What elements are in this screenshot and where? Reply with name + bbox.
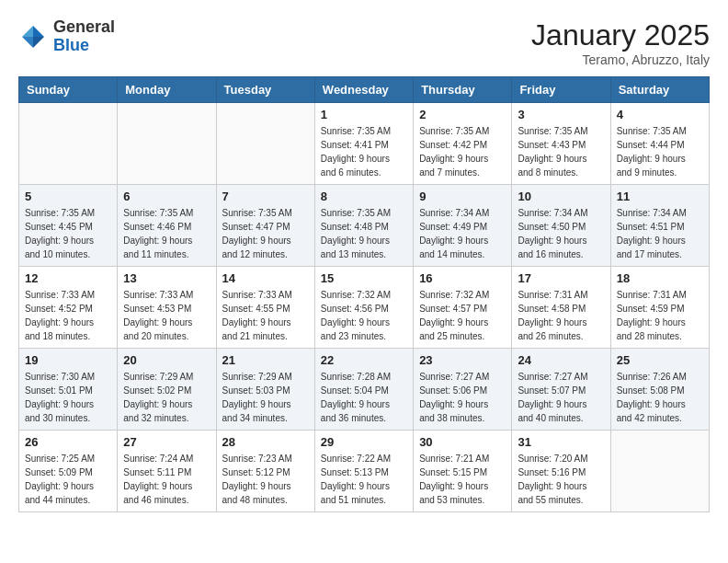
day-info: Sunrise: 7:23 AMSunset: 5:12 PMDaylight:… xyxy=(222,452,309,507)
sunrise-text: Sunrise: 7:33 AM xyxy=(123,288,210,302)
sunrise-text: Sunrise: 7:32 AM xyxy=(419,288,506,302)
sunset-text: Sunset: 5:08 PM xyxy=(617,384,703,397)
calendar-cell: 24Sunrise: 7:27 AMSunset: 5:07 PMDayligh… xyxy=(512,349,610,431)
daylight-minutes-text: and 7 minutes. xyxy=(419,166,506,179)
svg-marker-0 xyxy=(33,26,44,37)
sunrise-text: Sunrise: 7:35 AM xyxy=(321,206,407,220)
sunset-text: Sunset: 4:53 PM xyxy=(123,302,210,316)
daylight-minutes-text: and 12 minutes. xyxy=(222,247,309,261)
sunset-text: Sunset: 4:57 PM xyxy=(419,302,506,316)
sunrise-text: Sunrise: 7:35 AM xyxy=(222,206,309,220)
sunset-text: Sunset: 4:59 PM xyxy=(617,302,703,316)
sunrise-text: Sunrise: 7:33 AM xyxy=(222,288,309,302)
daylight-hours-text: Daylight: 9 hours xyxy=(25,479,111,493)
calendar-cell: 18Sunrise: 7:31 AMSunset: 4:59 PMDayligh… xyxy=(610,267,709,349)
day-number: 2 xyxy=(419,108,506,121)
daylight-hours-text: Daylight: 9 hours xyxy=(222,397,309,411)
daylight-hours-text: Daylight: 9 hours xyxy=(518,234,604,247)
daylight-minutes-text: and 21 minutes. xyxy=(222,329,309,343)
daylight-hours-text: Daylight: 9 hours xyxy=(123,397,210,411)
calendar-cell: 5Sunrise: 7:35 AMSunset: 4:45 PMDaylight… xyxy=(19,185,118,267)
sunset-text: Sunset: 4:49 PM xyxy=(419,220,506,234)
sunrise-text: Sunrise: 7:32 AM xyxy=(321,288,407,302)
sunrise-text: Sunrise: 7:27 AM xyxy=(419,370,506,384)
day-number: 5 xyxy=(25,190,111,203)
sunrise-text: Sunrise: 7:30 AM xyxy=(25,370,111,384)
day-number: 20 xyxy=(123,353,210,367)
calendar-cell xyxy=(216,103,314,185)
calendar-week-row: 26Sunrise: 7:25 AMSunset: 5:09 PMDayligh… xyxy=(19,431,710,512)
calendar-week-row: 1Sunrise: 7:35 AMSunset: 4:41 PMDaylight… xyxy=(19,103,710,185)
sunrise-text: Sunrise: 7:35 AM xyxy=(123,206,210,220)
sunrise-text: Sunrise: 7:27 AM xyxy=(518,370,604,384)
day-number: 30 xyxy=(419,435,506,449)
day-info: Sunrise: 7:28 AMSunset: 5:04 PMDaylight:… xyxy=(321,370,407,425)
daylight-hours-text: Daylight: 9 hours xyxy=(222,234,309,247)
daylight-minutes-text: and 38 minutes. xyxy=(419,411,506,425)
sunrise-text: Sunrise: 7:24 AM xyxy=(123,452,210,465)
daylight-minutes-text: and 14 minutes. xyxy=(419,247,506,261)
calendar-body: 1Sunrise: 7:35 AMSunset: 4:41 PMDaylight… xyxy=(19,103,710,512)
daylight-minutes-text: and 53 minutes. xyxy=(419,493,506,507)
logo: General Blue xyxy=(18,18,115,55)
sunrise-text: Sunrise: 7:33 AM xyxy=(25,288,111,302)
sunset-text: Sunset: 5:03 PM xyxy=(222,384,309,397)
daylight-hours-text: Daylight: 9 hours xyxy=(419,316,506,329)
day-number: 24 xyxy=(518,353,604,367)
day-number: 29 xyxy=(321,435,407,449)
daylight-minutes-text: and 28 minutes. xyxy=(617,329,703,343)
calendar-cell: 25Sunrise: 7:26 AMSunset: 5:08 PMDayligh… xyxy=(610,349,709,431)
sunrise-text: Sunrise: 7:29 AM xyxy=(123,370,210,384)
day-info: Sunrise: 7:35 AMSunset: 4:48 PMDaylight:… xyxy=(321,206,407,261)
day-info: Sunrise: 7:22 AMSunset: 5:13 PMDaylight:… xyxy=(321,452,407,507)
daylight-minutes-text: and 32 minutes. xyxy=(123,411,210,425)
calendar-cell: 9Sunrise: 7:34 AMSunset: 4:49 PMDaylight… xyxy=(414,185,512,267)
day-info: Sunrise: 7:29 AMSunset: 5:03 PMDaylight:… xyxy=(222,370,309,425)
day-info: Sunrise: 7:34 AMSunset: 4:51 PMDaylight:… xyxy=(617,206,703,261)
daylight-minutes-text: and 9 minutes. xyxy=(617,166,703,179)
day-number: 17 xyxy=(518,271,604,285)
day-number: 7 xyxy=(222,190,309,203)
daylight-hours-text: Daylight: 9 hours xyxy=(518,152,604,166)
sunrise-text: Sunrise: 7:20 AM xyxy=(518,452,604,465)
daylight-hours-text: Daylight: 9 hours xyxy=(518,397,604,411)
sunset-text: Sunset: 5:06 PM xyxy=(419,384,506,397)
sunset-text: Sunset: 5:07 PM xyxy=(518,384,604,397)
sunset-text: Sunset: 5:12 PM xyxy=(222,465,309,479)
day-number: 6 xyxy=(123,190,210,203)
day-info: Sunrise: 7:33 AMSunset: 4:53 PMDaylight:… xyxy=(123,288,210,343)
sunrise-text: Sunrise: 7:34 AM xyxy=(518,206,604,220)
sunrise-text: Sunrise: 7:25 AM xyxy=(25,452,111,465)
sunset-text: Sunset: 4:51 PM xyxy=(617,220,703,234)
day-number: 1 xyxy=(321,108,407,121)
day-number: 21 xyxy=(222,353,309,367)
calendar-week-row: 5Sunrise: 7:35 AMSunset: 4:45 PMDaylight… xyxy=(19,185,710,267)
daylight-hours-text: Daylight: 9 hours xyxy=(518,479,604,493)
calendar-cell: 31Sunrise: 7:20 AMSunset: 5:16 PMDayligh… xyxy=(512,431,610,512)
calendar-table: SundayMondayTuesdayWednesdayThursdayFrid… xyxy=(18,76,710,512)
daylight-hours-text: Daylight: 9 hours xyxy=(419,397,506,411)
daylight-hours-text: Daylight: 9 hours xyxy=(222,479,309,493)
calendar-cell: 10Sunrise: 7:34 AMSunset: 4:50 PMDayligh… xyxy=(512,185,610,267)
day-info: Sunrise: 7:25 AMSunset: 5:09 PMDaylight:… xyxy=(25,452,111,507)
day-number: 18 xyxy=(617,271,703,285)
daylight-minutes-text: and 48 minutes. xyxy=(222,493,309,507)
sunrise-text: Sunrise: 7:35 AM xyxy=(419,124,506,138)
calendar-cell: 8Sunrise: 7:35 AMSunset: 4:48 PMDaylight… xyxy=(314,185,413,267)
calendar-header: SundayMondayTuesdayWednesdayThursdayFrid… xyxy=(19,77,710,103)
day-info: Sunrise: 7:27 AMSunset: 5:07 PMDaylight:… xyxy=(518,370,604,425)
calendar-cell: 6Sunrise: 7:35 AMSunset: 4:46 PMDaylight… xyxy=(118,185,216,267)
calendar-cell: 3Sunrise: 7:35 AMSunset: 4:43 PMDaylight… xyxy=(512,103,610,185)
location: Teramo, Abruzzo, Italy xyxy=(531,52,710,67)
day-number: 22 xyxy=(321,353,407,367)
daylight-hours-text: Daylight: 9 hours xyxy=(123,316,210,329)
calendar-cell xyxy=(118,103,216,185)
daylight-minutes-text: and 16 minutes. xyxy=(518,247,604,261)
daylight-minutes-text: and 6 minutes. xyxy=(321,166,407,179)
day-number: 9 xyxy=(419,190,506,203)
svg-marker-1 xyxy=(22,26,33,37)
calendar-cell: 2Sunrise: 7:35 AMSunset: 4:42 PMDaylight… xyxy=(414,103,512,185)
logo-icon xyxy=(18,22,48,52)
calendar-cell: 22Sunrise: 7:28 AMSunset: 5:04 PMDayligh… xyxy=(314,349,413,431)
day-info: Sunrise: 7:33 AMSunset: 4:55 PMDaylight:… xyxy=(222,288,309,343)
